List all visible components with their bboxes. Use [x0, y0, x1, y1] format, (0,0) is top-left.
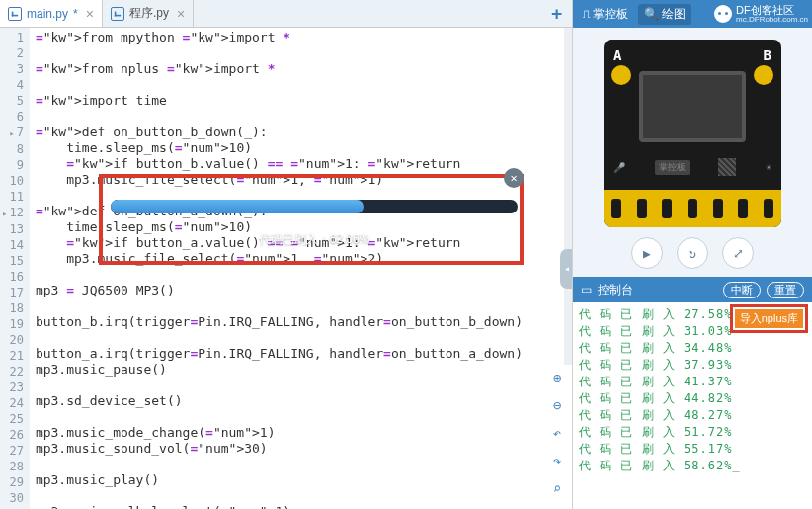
code-area[interactable]: ="kw">from mpython ="kw">import * ="kw">…: [30, 28, 572, 509]
console-line: 代 码 已 刷 入 34.48%: [579, 340, 806, 357]
brand-name: DF创客社区: [736, 4, 794, 16]
control-row: ▶ ↻ ⤢: [631, 237, 754, 269]
interrupt-button[interactable]: 中断: [723, 282, 761, 298]
light-icon: ☀: [766, 162, 771, 173]
reset-button[interactable]: ↻: [677, 237, 708, 269]
editor-pane: main.py * × 程序.py × + 123456789101112131…: [0, 0, 573, 509]
close-icon[interactable]: ×: [86, 6, 94, 22]
panel-collapse-handle[interactable]: ◂: [560, 249, 572, 289]
play-button[interactable]: ▶: [631, 237, 663, 269]
console-icon: ▭: [581, 283, 592, 297]
reset-console-button[interactable]: 重置: [767, 282, 804, 298]
board-screen: [639, 71, 746, 142]
label-b: B: [764, 47, 771, 63]
progress-dialog: ✕ 代码已刷入：62.06%: [111, 182, 518, 248]
console-line: 代 码 已 刷 入 51.72%: [579, 424, 806, 441]
device-toolbar: ⎍ 掌控板 🔍 绘图 DF创客社区 mc.DFRobot.com.cn: [573, 0, 812, 28]
brand-text: DF创客社区 mc.DFRobot.com.cn: [736, 5, 808, 24]
expand-button[interactable]: ⤢: [722, 237, 754, 269]
editor-tools: ⊕ ⊖ ↶ ↷ ⌕: [546, 367, 568, 499]
zoom-in-icon[interactable]: ⊕: [546, 367, 568, 388]
code-editor[interactable]: 1234567891011121314151617181920212223242…: [0, 28, 572, 509]
search-icon: 🔍: [644, 7, 659, 21]
board-select-button[interactable]: ⎍ 掌控板: [577, 4, 634, 25]
import-nplus-button[interactable]: 导入nplus库: [735, 309, 803, 328]
file-icon: [111, 7, 124, 21]
board-label: 掌控板: [593, 6, 628, 23]
console-body: 代 码 已 刷 入 27.58%代 码 已 刷 入 31.03%代 码 已 刷 …: [573, 302, 812, 509]
tab-main-py[interactable]: main.py * ×: [0, 0, 103, 27]
board-pins: [604, 190, 781, 227]
board-icon: ⎍: [583, 7, 590, 21]
undo-icon[interactable]: ↶: [546, 422, 568, 444]
zoom-out-icon[interactable]: ⊖: [546, 394, 568, 416]
file-icon: [8, 7, 22, 21]
import-highlight-box: 导入nplus库: [730, 304, 808, 333]
line-gutter: 1234567891011121314151617181920212223242…: [0, 28, 30, 509]
qr-icon: [718, 158, 736, 176]
robot-icon: [714, 5, 732, 23]
tab-label: main.py: [27, 7, 68, 21]
tab-label: 程序.py: [129, 5, 169, 22]
tab-dirty: *: [73, 7, 78, 21]
board-preview-area: A B 🎤 掌控板 ☀ ▶ ↻ ⤢: [573, 28, 812, 277]
close-progress-button[interactable]: ✕: [504, 168, 524, 188]
label-a: A: [613, 47, 621, 63]
search-icon[interactable]: ⌕: [546, 477, 568, 499]
draw-label: 绘图: [662, 6, 686, 23]
board-chip-label: 掌控板: [655, 160, 690, 175]
tab-program-py[interactable]: 程序.py ×: [103, 0, 194, 27]
board-mid-row: 🎤 掌控板 ☀: [613, 154, 771, 180]
console-title: 控制台: [598, 282, 633, 298]
console-line: 代 码 已 刷 入 55.17%: [579, 441, 806, 458]
button-a-graphic: [611, 65, 631, 85]
device-pane: ⎍ 掌控板 🔍 绘图 DF创客社区 mc.DFRobot.com.cn A B: [573, 0, 812, 509]
progress-bar: [111, 200, 518, 213]
add-tab-button[interactable]: +: [541, 3, 572, 24]
brand-logo: DF创客社区 mc.DFRobot.com.cn: [714, 5, 808, 24]
button-b-graphic: [754, 65, 773, 85]
draw-button[interactable]: 🔍 绘图: [638, 4, 691, 25]
tab-bar: main.py * × 程序.py × +: [0, 0, 572, 28]
console-line: 代 码 已 刷 入 41.37%: [579, 374, 806, 390]
brand-url: mc.DFRobot.com.cn: [736, 16, 808, 24]
console-line: 代 码 已 刷 入 48.27%: [579, 407, 806, 424]
progress-text: 代码已刷入：62.06%: [259, 231, 370, 248]
close-icon[interactable]: ×: [177, 6, 185, 22]
console-line: 代 码 已 刷 入 44.82%: [579, 390, 806, 407]
console-line: 代 码 已 刷 入 37.93%: [579, 357, 806, 374]
mic-icon: 🎤: [613, 162, 625, 173]
console-header: ▭ 控制台 中断 重置: [573, 277, 812, 302]
board-graphic: A B 🎤 掌控板 ☀: [604, 40, 781, 227]
console-line: 代 码 已 刷 入 58.62%_: [579, 458, 806, 474]
progress-fill: [111, 200, 364, 213]
redo-icon[interactable]: ↷: [546, 450, 568, 471]
